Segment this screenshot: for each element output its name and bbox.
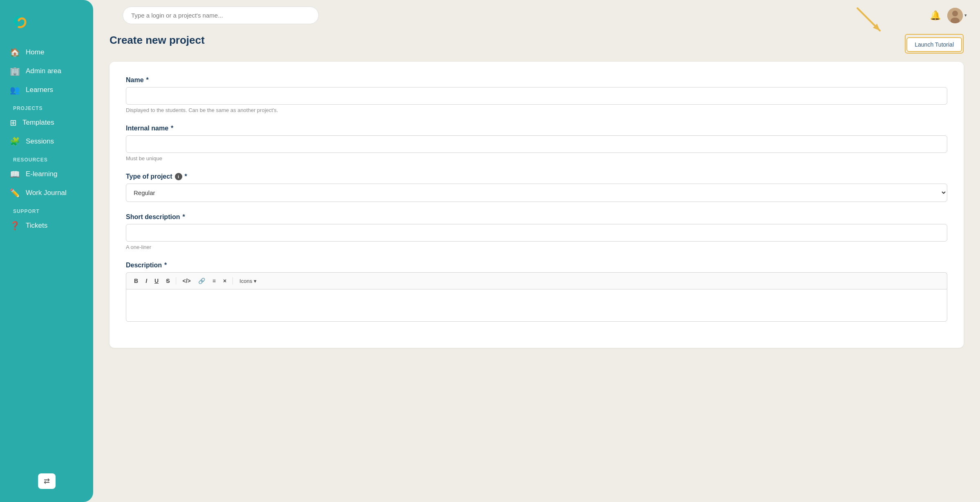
description-field-group: Description * B I U S </> 🔗 ≡ × Icons ▾: [126, 262, 947, 322]
main-area: 🔔 ▾ Create new project Launch Tutorial: [93, 0, 980, 502]
short-desc-field-group: Short description * A one-liner: [126, 213, 947, 250]
type-required-star: *: [185, 173, 187, 180]
sidebar-item-admin[interactable]: 🏢 Admin area: [3, 62, 90, 80]
list-button[interactable]: ≡: [210, 276, 219, 286]
templates-icon: ⊞: [10, 118, 17, 128]
search-input[interactable]: [123, 7, 319, 24]
name-input[interactable]: [126, 87, 947, 105]
internal-name-required-star: *: [171, 125, 173, 132]
sidebar-item-workjournal[interactable]: ✏️ Work Journal: [3, 184, 90, 202]
sidebar-item-tickets[interactable]: ❓ Tickets: [3, 217, 90, 235]
sidebar-bottom: ⇄: [0, 468, 93, 494]
tickets-icon: ❓: [10, 221, 20, 231]
type-field-group: Type of project i * Regular Advanced Cus…: [126, 173, 947, 202]
strikethrough-button[interactable]: S: [163, 276, 172, 286]
internal-name-label: Internal name *: [126, 125, 947, 132]
type-select[interactable]: Regular Advanced Custom: [126, 184, 947, 202]
page-title: Create new project: [110, 34, 205, 47]
underline-button[interactable]: U: [152, 276, 161, 286]
section-projects-label: PROJECTS: [3, 100, 90, 114]
section-resources-label: RESOURCES: [3, 151, 90, 165]
sessions-icon: 🧩: [10, 137, 20, 146]
create-project-form: Name * Displayed to the students. Can be…: [110, 62, 964, 348]
short-desc-hint: A one-liner: [126, 244, 947, 250]
sidebar-item-templates[interactable]: ⊞ Templates: [3, 114, 90, 132]
name-required-star: *: [146, 76, 149, 84]
description-label: Description *: [126, 262, 947, 269]
internal-name-field-group: Internal name * Must be unique: [126, 125, 947, 161]
description-required-star: *: [164, 262, 167, 269]
clear-button[interactable]: ×: [220, 276, 229, 286]
sidebar-item-home[interactable]: 🏠 Home: [3, 43, 90, 61]
code-button[interactable]: </>: [179, 276, 193, 286]
learners-icon: 👥: [10, 85, 20, 95]
short-desc-label: Short description *: [126, 213, 947, 221]
sidebar-toggle-button[interactable]: ⇄: [38, 473, 56, 489]
content-area: Create new project Launch Tutorial Name …: [93, 27, 980, 502]
admin-icon: 🏢: [10, 66, 20, 76]
launch-tutorial-highlight: Launch Tutorial: [905, 34, 964, 54]
name-label: Name *: [126, 76, 947, 84]
toolbar-separator-2: [233, 277, 233, 285]
short-desc-required-star: *: [182, 213, 185, 221]
sidebar-item-learners[interactable]: 👥 Learners: [3, 81, 90, 99]
name-hint: Displayed to the students. Can be the sa…: [126, 107, 947, 113]
topbar-right: 🔔 ▾: [930, 8, 967, 23]
topbar: 🔔 ▾: [93, 0, 980, 27]
svg-point-3: [952, 11, 958, 16]
sidebar-item-elearning[interactable]: 📖 E-learning: [3, 165, 90, 183]
search-bar-container: [123, 7, 319, 24]
editor-toolbar: B I U S </> 🔗 ≡ × Icons ▾: [126, 272, 947, 289]
type-label: Type of project i *: [126, 173, 947, 180]
link-button[interactable]: 🔗: [195, 276, 208, 286]
type-info-icon[interactable]: i: [175, 173, 182, 180]
notifications-icon[interactable]: 🔔: [930, 10, 941, 21]
section-support-label: SUPPORT: [3, 203, 90, 217]
elearning-icon: 📖: [10, 169, 20, 179]
home-icon: 🏠: [10, 47, 20, 57]
user-avatar[interactable]: [947, 8, 963, 23]
avatar-chevron-icon[interactable]: ▾: [964, 13, 967, 18]
icons-button[interactable]: Icons ▾: [236, 276, 260, 286]
bold-button[interactable]: B: [131, 276, 141, 286]
launch-tutorial-button[interactable]: Launch Tutorial: [906, 37, 962, 52]
logo: [0, 8, 93, 43]
sidebar: 🏠 Home 🏢 Admin area 👥 Learners PROJECTS …: [0, 0, 93, 502]
name-field-group: Name * Displayed to the students. Can be…: [126, 76, 947, 113]
sidebar-nav: 🏠 Home 🏢 Admin area 👥 Learners PROJECTS …: [0, 43, 93, 468]
short-desc-input[interactable]: [126, 224, 947, 242]
sidebar-item-sessions[interactable]: 🧩 Sessions: [3, 132, 90, 150]
workjournal-icon: ✏️: [10, 188, 20, 198]
toolbar-separator-1: [176, 277, 176, 285]
description-editor[interactable]: [126, 289, 947, 322]
internal-name-hint: Must be unique: [126, 155, 947, 161]
italic-button[interactable]: I: [143, 276, 150, 286]
content-header: Create new project Launch Tutorial: [110, 34, 964, 54]
internal-name-input[interactable]: [126, 135, 947, 153]
